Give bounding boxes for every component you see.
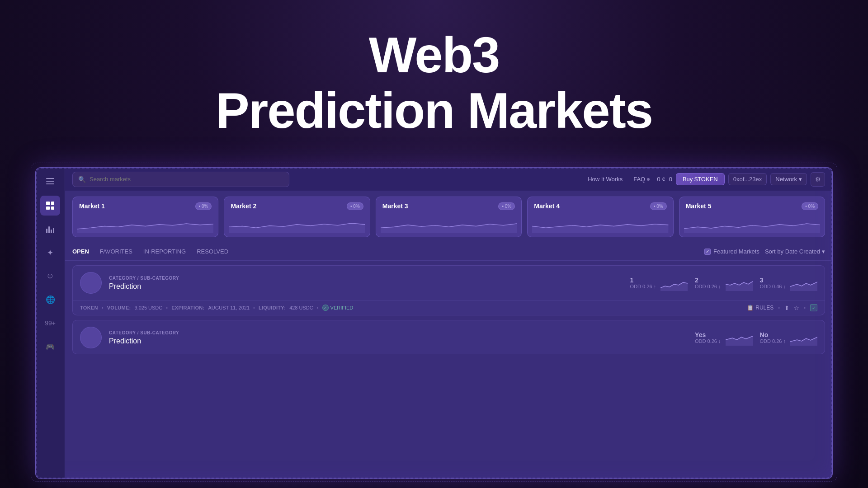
market-card-1[interactable]: Market 1 • 0% — [72, 197, 218, 237]
market-item-2-category: CATEGORY / SUB-CATEGORY — [109, 330, 688, 335]
outcome-1-2-label: 2 — [695, 277, 721, 284]
sort-chevron-icon: ▾ — [822, 248, 825, 255]
market-card-4-chart — [532, 219, 668, 233]
outcome-1-1-odd: ODD 0.26 ↑ — [630, 284, 656, 289]
market-card-5-title: Market 5 — [686, 202, 712, 210]
outcome-2-yes-chart — [726, 330, 753, 346]
outcome-2-yes: Yes ODD 0.26 ↓ — [695, 330, 752, 346]
globe-icon: 🌐 — [46, 295, 55, 305]
market-item-2-avatar — [80, 327, 102, 348]
volume-value: 9.025 USDC — [135, 305, 163, 310]
how-it-works-link[interactable]: How It Works — [584, 174, 626, 184]
market-cards-row: Market 1 • 0% Market 2 • 0% — [72, 197, 825, 237]
market-card-5-chart — [684, 219, 820, 233]
bars-icon — [46, 225, 54, 233]
market-item-2-outcomes: Yes ODD 0.26 ↓ — [695, 330, 817, 346]
market-card-2-badge: • 0% — [347, 202, 363, 210]
face-icon: ☺ — [46, 272, 54, 281]
market-item-2-info: CATEGORY / SUB-CATEGORY Prediction — [109, 330, 688, 345]
featured-checkbox[interactable]: ✓ — [704, 249, 711, 255]
markets-list: CATEGORY / SUB-CATEGORY Prediction 1 ODD… — [65, 261, 832, 479]
tab-open[interactable]: OPEN — [72, 245, 96, 258]
market-card-4-title: Market 4 — [534, 202, 560, 210]
grid-icon — [46, 202, 54, 210]
outcome-2-no-chart — [790, 330, 817, 346]
buy-token-button[interactable]: Buy $TOKEN — [676, 173, 725, 185]
outcome-2-no-label: No — [760, 331, 786, 338]
featured-markets-toggle[interactable]: ✓ Featured Markets — [704, 248, 760, 255]
search-bar[interactable]: 🔍 — [72, 172, 289, 187]
market-item-1-info: CATEGORY / SUB-CATEGORY Prediction — [109, 276, 623, 291]
market-item-1-avatar — [80, 272, 102, 294]
navbar: 🔍 How It Works FAQ 0 ¢ 0 Buy $TOKEN 0xof… — [65, 168, 832, 191]
tab-in-reporting[interactable]: IN-REPORTING — [143, 245, 193, 258]
market-list-item-1[interactable]: CATEGORY / SUB-CATEGORY Prediction 1 ODD… — [72, 265, 825, 315]
search-input[interactable] — [90, 176, 283, 183]
nav-links: How It Works FAQ 0 ¢ 0 Buy $TOKEN 0xof..… — [584, 172, 825, 187]
outcome-1-1-label: 1 — [630, 277, 656, 284]
market-card-1-chart — [77, 219, 213, 233]
settings-button[interactable]: ⚙ — [811, 172, 825, 187]
wallet-address: 0xof...23ex — [728, 173, 767, 185]
market-item-2-title: Prediction — [109, 337, 688, 345]
sidebar-item-rewards[interactable]: ✦ — [40, 243, 60, 263]
market-card-5[interactable]: Market 5 • 0% — [679, 197, 825, 237]
market-card-4[interactable]: Market 4 • 0% — [527, 197, 673, 237]
outcome-1-3-label: 3 — [760, 277, 786, 284]
gear-icon: ⚙ — [815, 176, 821, 183]
market-card-2-chart — [229, 219, 365, 233]
plus-icon: 99+ — [45, 319, 56, 327]
market-card-2-title: Market 2 — [231, 202, 256, 210]
market-list-item-2[interactable]: CATEGORY / SUB-CATEGORY Prediction Yes O… — [72, 320, 825, 354]
rules-button[interactable]: 📋 RULES — [747, 305, 774, 311]
outcome-1-3: 3 ODD 0.46 ↓ — [760, 275, 817, 291]
outcome-1-3-chart — [790, 275, 817, 291]
sidebar-menu-toggle[interactable] — [42, 173, 58, 189]
expiration-value: AUGUST 11, 2021 — [208, 305, 250, 310]
market-item-2-body: CATEGORY / SUB-CATEGORY Prediction Yes O… — [73, 320, 825, 354]
main-content: 🔍 How It Works FAQ 0 ¢ 0 Buy $TOKEN 0xof… — [65, 168, 832, 479]
tab-favorites[interactable]: FAVORITES — [100, 245, 140, 258]
hero-section: Web3 Prediction Markets — [0, 27, 868, 138]
outcome-2-yes-odd: ODD 0.26 ↓ — [695, 338, 721, 344]
sidebar-item-network[interactable]: 🌐 — [40, 290, 60, 310]
liquidity-value: 428 USDC — [289, 305, 313, 310]
market-card-3-chart — [381, 219, 517, 233]
outcome-1-1-chart — [660, 275, 688, 291]
verified-badge: ✓ VERIFIED — [322, 305, 354, 311]
outcome-1-2-odd: ODD 0.26 ↓ — [695, 284, 721, 289]
badge-icon: ✦ — [47, 248, 53, 258]
outcome-1-1: 1 ODD 0.26 ↑ — [630, 275, 688, 291]
sidebar-item-more[interactable]: 99+ — [40, 313, 60, 333]
featured-label: Featured Markets — [713, 248, 760, 255]
sidebar-item-games[interactable]: 🎮 — [40, 337, 60, 357]
balance-1: 0 ¢ — [657, 176, 665, 183]
network-button[interactable]: Network ▾ — [770, 173, 807, 185]
faq-link[interactable]: FAQ — [630, 174, 653, 184]
game-icon: 🎮 — [46, 343, 55, 351]
market-card-1-title: Market 1 — [79, 202, 105, 210]
sort-dropdown[interactable]: Sort by Date Created ▾ — [765, 248, 825, 255]
verified-icon: ✓ — [322, 305, 329, 311]
verified-text: VERIFIED — [330, 305, 354, 310]
liquidity-label: LIQUIDITY: — [259, 305, 286, 310]
share-icon: ⬆ — [784, 305, 789, 311]
hero-title: Web3 Prediction Markets — [0, 27, 868, 138]
market-item-1-category: CATEGORY / SUB-CATEGORY — [109, 276, 623, 281]
app-window: ✦ ☺ 🌐 99+ 🎮 🔍 How It Works FAQ — [35, 167, 833, 479]
tab-resolved[interactable]: RESOLVED — [197, 245, 236, 258]
sidebar-item-markets[interactable] — [40, 219, 60, 239]
favorite-button[interactable]: ☆ — [794, 305, 799, 311]
confirm-button[interactable]: ✓ — [810, 304, 817, 311]
star-icon: ☆ — [794, 305, 799, 311]
market-card-2[interactable]: Market 2 • 0% — [224, 197, 370, 237]
market-cards-section: Market 1 • 0% Market 2 • 0% — [65, 191, 832, 243]
market-card-5-badge: • 0% — [802, 202, 818, 210]
share-button[interactable]: ⬆ — [784, 305, 789, 311]
outcome-1-3-odd: ODD 0.46 ↓ — [760, 284, 786, 289]
market-item-1-title: Prediction — [109, 282, 623, 291]
sidebar-item-profile[interactable]: ☺ — [40, 266, 60, 286]
sidebar-item-dashboard[interactable] — [40, 196, 60, 216]
market-card-3[interactable]: Market 3 • 0% — [376, 197, 522, 237]
token-label: TOKEN — [80, 305, 98, 310]
